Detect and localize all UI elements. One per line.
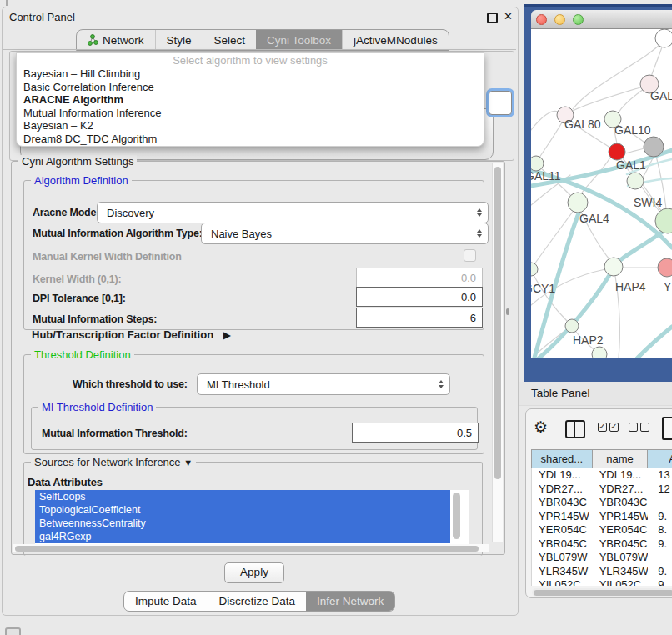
- table-row[interactable]: YPR145WYPR145W9.: [532, 510, 672, 524]
- table-horizontal-scrollbar[interactable]: [532, 588, 672, 597]
- algorithm-option-aracne-algorithm[interactable]: ARACNE Algorithm: [17, 93, 484, 107]
- zoom-traffic-light-icon[interactable]: [573, 14, 584, 25]
- kernel-width-field[interactable]: 0.0: [356, 268, 483, 288]
- tab-jactivemnodules[interactable]: jActiveMNodules: [342, 30, 449, 50]
- table-cell: YDL19...: [532, 468, 593, 482]
- network-canvas[interactable]: GALGAL80GAL10GAL1GAL11GAL4SWI4GCY1HAP4YH…: [531, 29, 672, 358]
- tab-label: Impute Data: [135, 595, 197, 608]
- network-node[interactable]: [644, 137, 664, 157]
- network-node-hap4[interactable]: [604, 258, 623, 276]
- mi-steps-label: Mutual Information Steps:: [33, 313, 157, 325]
- network-node-hap2[interactable]: [565, 319, 579, 332]
- network-edge[interactable]: [534, 212, 573, 264]
- table-row[interactable]: YIL052CYIL052C9: [532, 578, 672, 586]
- column-header-name[interactable]: name: [593, 450, 649, 468]
- attribute-item-selfloops[interactable]: SelfLoops: [35, 490, 454, 503]
- algorithm-option-bayesian-k2[interactable]: Bayesian – K2: [17, 119, 484, 132]
- mi-type-combo[interactable]: Naive Bayes: [201, 222, 489, 244]
- table-row[interactable]: YDR27...YDR27...12: [532, 482, 672, 497]
- attribute-item-topologicalcoefficient[interactable]: TopologicalCoefficient: [35, 503, 454, 517]
- network-node[interactable]: [655, 29, 672, 48]
- table-header-row: shared...nameA: [531, 449, 672, 468]
- tab-network[interactable]: Network: [77, 30, 155, 50]
- bottom-tab-infer-network[interactable]: Infer Network: [306, 592, 394, 611]
- float-window-icon[interactable]: [487, 12, 498, 23]
- network-node-gal1[interactable]: [609, 143, 625, 160]
- algorithm-option-dream8-dc-tdc-algorithm[interactable]: Dream8 DC_TDC Algorithm: [17, 132, 484, 146]
- close-icon[interactable]: ✕: [504, 10, 513, 22]
- mi-threshold-field[interactable]: 0.5: [352, 422, 479, 442]
- table-row[interactable]: YBR045CYBR045C9.: [532, 538, 672, 552]
- combo-spinner-icon: [477, 229, 482, 238]
- splitter-handle[interactable]: [506, 308, 509, 315]
- select-all-checkbox-icon[interactable]: ✓: [598, 422, 607, 432]
- network-edge[interactable]: [637, 327, 672, 358]
- tab-select[interactable]: Select: [203, 30, 257, 50]
- deselect-checkbox-icon[interactable]: [640, 422, 649, 432]
- network-node[interactable]: [592, 347, 607, 358]
- table-row[interactable]: YDL19...YDL19...13: [532, 468, 672, 482]
- settings-horizontal-scrollbar[interactable]: [13, 544, 489, 552]
- mi-steps-field[interactable]: 6: [356, 308, 483, 328]
- table-panel: ⚙ ✓ ✓ shared...nameA YDL19...YDL19...13Y…: [525, 408, 672, 598]
- table-toolbar: ⚙ ✓ ✓: [526, 414, 672, 446]
- settings-group-title: Cyni Algorithm Settings: [18, 155, 137, 168]
- mi-type-label: Mutual Information Algorithm Type:: [33, 228, 203, 239]
- algorithm-definition-title: Algorithm Definition: [31, 174, 132, 187]
- table-cell: YBL079W: [593, 551, 649, 565]
- network-edge[interactable]: [650, 42, 664, 79]
- table-panel-title: Table Panel: [531, 387, 590, 399]
- aracne-mode-combo[interactable]: Discovery: [97, 202, 489, 223]
- control-panel-titlebar: Control Panel ✕: [3, 8, 518, 26]
- settings-vertical-scrollbar[interactable]: [492, 163, 503, 542]
- table-cell: YLR345W: [593, 565, 649, 579]
- dpi-tolerance-field[interactable]: 0.0: [356, 287, 483, 307]
- deselect-checkbox-icon[interactable]: [629, 422, 638, 432]
- table-row[interactable]: YLR345WYLR345W9.: [532, 565, 672, 579]
- hub-definition-toggle[interactable]: Hub/Transcription Factor Definition ▶: [32, 328, 231, 341]
- table-row[interactable]: YBR043CYBR043C: [532, 496, 672, 510]
- tab-style[interactable]: Style: [155, 30, 203, 50]
- which-threshold-combo[interactable]: MI Threshold: [197, 373, 450, 395]
- node-label: GAL: [650, 89, 672, 102]
- table-row[interactable]: YBL079WYBL079W: [532, 551, 672, 565]
- column-header-a[interactable]: A: [648, 450, 672, 468]
- table-cell: YPR145W: [593, 510, 649, 524]
- minimize-traffic-light-icon[interactable]: [554, 14, 565, 25]
- network-window-titlebar[interactable]: [531, 10, 672, 29]
- document-icon[interactable]: [662, 417, 672, 440]
- network-edge[interactable]: [531, 111, 558, 130]
- focused-combo-fragment[interactable]: [489, 91, 512, 115]
- tabbar-underline: [3, 49, 516, 50]
- tab-label: Cyni Toolbox: [267, 34, 331, 47]
- close-traffic-light-icon[interactable]: [536, 14, 547, 25]
- columns-icon[interactable]: [565, 420, 585, 438]
- manual-kernel-checkbox[interactable]: [464, 249, 476, 262]
- table-cell: YIL052C: [532, 578, 593, 586]
- network-edge[interactable]: [625, 148, 644, 153]
- bottom-tab-discretize-data[interactable]: Discretize Data: [208, 592, 307, 611]
- stray-button[interactable]: [5, 628, 21, 635]
- network-node-gal4[interactable]: [568, 192, 588, 212]
- network-node-y[interactable]: [658, 258, 672, 277]
- network-node-swi4[interactable]: [655, 208, 672, 233]
- network-node-gcy1[interactable]: [531, 262, 538, 276]
- algorithm-option-bayesian-hill-climbing[interactable]: Bayesian – Hill Climbing: [17, 68, 484, 81]
- attribute-item-gal4rgexp[interactable]: gal4RGexp: [35, 530, 454, 543]
- bottom-tab-impute-data[interactable]: Impute Data: [124, 592, 208, 611]
- which-threshold-value: MI Threshold: [207, 378, 270, 391]
- tab-cyni-toolbox[interactable]: Cyni Toolbox: [256, 30, 342, 50]
- apply-button[interactable]: Apply: [224, 562, 284, 583]
- select-all-checkbox-icon[interactable]: ✓: [609, 422, 619, 432]
- network-node[interactable]: [627, 172, 644, 189]
- sources-toggle[interactable]: Sources for Network Inference ▼: [31, 456, 196, 468]
- table-row[interactable]: YER054CYER054C8.: [532, 523, 672, 538]
- column-header-shared[interactable]: shared...: [532, 450, 593, 468]
- attribute-item-betweennesscentrality[interactable]: BetweennessCentrality: [35, 517, 454, 530]
- algorithm-option-basic-correlation-inference[interactable]: Basic Correlation Inference: [17, 81, 484, 94]
- threshold-definition-title: Threshold Definition: [31, 348, 134, 361]
- attributes-scrollbar[interactable]: [450, 490, 462, 547]
- gear-icon[interactable]: ⚙: [534, 418, 548, 437]
- algorithm-option-mutual-information-inference[interactable]: Mutual Information Inference: [17, 107, 484, 120]
- network-edge[interactable]: [539, 122, 562, 158]
